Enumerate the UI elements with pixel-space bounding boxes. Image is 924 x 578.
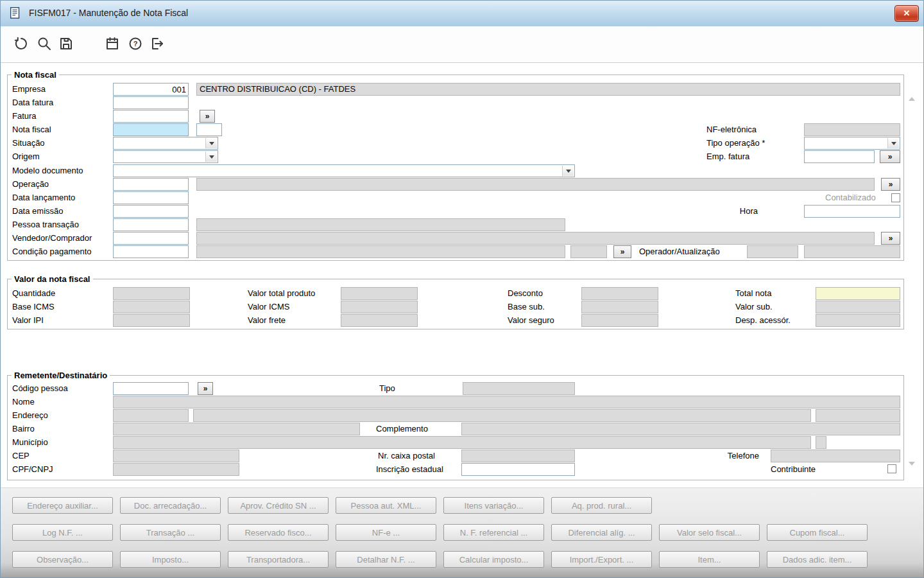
scroll-up-icon[interactable] xyxy=(909,86,915,98)
transportadora-button[interactable]: Transportadora... xyxy=(228,551,329,568)
complemento-field xyxy=(461,423,900,435)
exit-button[interactable] xyxy=(146,32,169,55)
diferencial-aliq-button[interactable]: Diferencial alíg. ... xyxy=(551,524,652,541)
emp-fatura-input[interactable] xyxy=(804,150,875,163)
operador-atualizacao-label: Operador/Atualização xyxy=(639,247,720,257)
vendedor-comprador-label: Vendedor/Comprador xyxy=(12,233,92,243)
base-icms-field xyxy=(113,301,190,313)
empresa-input[interactable] xyxy=(113,83,189,96)
observacao-button[interactable]: Observação... xyxy=(12,551,113,568)
operacao-lookup-button[interactable]: » xyxy=(881,178,900,191)
condicao-pagamento-input[interactable] xyxy=(113,245,189,258)
situacao-select[interactable] xyxy=(113,137,218,150)
window-title: FISFM017 - Manutenção de Nota Fiscal xyxy=(29,8,188,18)
chevron-down-icon xyxy=(205,152,217,162)
calendar-button[interactable] xyxy=(101,32,124,55)
chevron-down-icon xyxy=(887,138,899,148)
codigo-pessoa-lookup-button[interactable]: » xyxy=(198,382,213,395)
fatura-input[interactable] xyxy=(113,110,189,123)
fatura-lookup-button[interactable]: » xyxy=(200,110,215,123)
valor-icms-label: Valor ICMS xyxy=(248,302,290,312)
contribuinte-label: Contribuinte xyxy=(771,464,816,475)
detalhar-nf-button[interactable]: Detalhar N.F. ... xyxy=(336,551,436,568)
pessoa-aut-xml-button[interactable]: Pessoa aut. XML... xyxy=(336,497,436,514)
condicao-pagamento-lookup-button[interactable]: » xyxy=(613,245,631,258)
telefone-field xyxy=(771,450,900,462)
log-nf-button[interactable]: Log N.F. ... xyxy=(12,524,113,541)
transacao-button[interactable]: Transação ... xyxy=(120,524,221,541)
vendedor-comprador-lookup-button[interactable]: » xyxy=(881,232,900,245)
data-emissao-input[interactable] xyxy=(113,205,189,218)
condicao-pagamento-label: Condição pagamento xyxy=(12,247,92,257)
contribuinte-checkbox[interactable] xyxy=(887,464,896,473)
scroll-down-icon[interactable] xyxy=(909,466,915,477)
data-fatura-input[interactable] xyxy=(113,96,189,109)
emp-fatura-label: Emp. fatura xyxy=(706,152,749,162)
inscricao-estadual-input[interactable] xyxy=(461,463,575,476)
reservado-fisco-button[interactable]: Reservado fisco... xyxy=(228,524,329,541)
pessoa-transacao-descricao-field xyxy=(196,218,565,231)
nome-field xyxy=(113,396,900,408)
codigo-pessoa-input[interactable] xyxy=(113,382,189,395)
base-sub-label: Base sub. xyxy=(508,302,545,312)
valor-frete-label: Valor frete xyxy=(248,315,286,326)
imposto-button[interactable]: Imposto... xyxy=(120,551,221,568)
nf-referencial-button[interactable]: N. F. referencial ... xyxy=(443,524,544,541)
desconto-field xyxy=(581,287,658,300)
vendedor-comprador-input[interactable] xyxy=(113,232,189,245)
inscricao-estadual-label: Inscrição estadual xyxy=(376,464,443,475)
bairro-field xyxy=(113,423,360,435)
data-lancamento-input[interactable] xyxy=(113,191,189,204)
tipo-operacao-select[interactable] xyxy=(804,137,900,150)
origem-select[interactable] xyxy=(113,150,218,163)
nfe-button[interactable]: NF-e ... xyxy=(336,524,436,541)
vendedor-comprador-descricao-field xyxy=(196,232,875,245)
chevron-down-icon xyxy=(562,166,574,176)
valor-sub-label: Valor sub. xyxy=(735,302,773,312)
operacao-label: Operação xyxy=(12,179,49,189)
help-button[interactable]: ? xyxy=(124,32,147,55)
item-button[interactable]: Item... xyxy=(659,551,760,568)
action-panel: Endereço auxiliar... Doc. arrecadação...… xyxy=(1,487,924,578)
nf-eletronica-field xyxy=(804,123,900,136)
doc-arrecadacao-button[interactable]: Doc. arrecadação... xyxy=(120,497,221,514)
condicao-pagamento-descricao-field xyxy=(196,245,565,258)
import-export-button[interactable]: Import./Export. ... xyxy=(551,551,652,568)
base-icms-label: Base ICMS xyxy=(12,302,55,312)
save-button[interactable] xyxy=(55,32,78,55)
emp-fatura-lookup-button[interactable]: » xyxy=(880,150,900,163)
situacao-label: Situação xyxy=(12,138,45,148)
nota-fiscal-input[interactable] xyxy=(113,123,189,136)
contabilizado-checkbox[interactable] xyxy=(891,193,900,202)
nota-fiscal-serie-input[interactable] xyxy=(196,123,222,136)
modelo-documento-select[interactable] xyxy=(113,164,575,177)
nf-eletronica-label: NF-eletrônica xyxy=(706,125,757,135)
total-nota-field xyxy=(816,287,900,300)
undo-button[interactable] xyxy=(10,32,33,55)
pessoa-transacao-input[interactable] xyxy=(113,218,189,231)
data-lancamento-label: Data lançamento xyxy=(12,193,75,203)
valor-frete-field xyxy=(341,314,418,327)
hora-input[interactable] xyxy=(804,205,900,218)
origem-label: Origem xyxy=(12,152,40,162)
nr-caixa-postal-field xyxy=(461,450,575,462)
chevron-down-icon xyxy=(205,138,217,148)
dados-adic-item-button[interactable]: Dados adic. item... xyxy=(767,551,868,568)
contabilizado-label: Contabilizado xyxy=(825,193,876,203)
endereco-auxiliar-button[interactable]: Endereço auxiliar... xyxy=(12,497,113,514)
valor-selo-fiscal-button[interactable]: Valor selo fiscal... xyxy=(659,524,760,541)
municipio-field xyxy=(113,436,811,449)
help-icon: ? xyxy=(128,36,143,51)
aprov-credito-sn-button[interactable]: Aprov. Crédito SN ... xyxy=(228,497,329,514)
search-button[interactable] xyxy=(33,32,56,55)
operacao-input[interactable] xyxy=(113,178,189,191)
itens-variacao-button[interactable]: Itens variação... xyxy=(443,497,544,514)
close-button[interactable]: ✕ xyxy=(894,5,919,22)
search-icon xyxy=(37,36,52,51)
cupom-fiscal-button[interactable]: Cupom fiscal... xyxy=(767,524,868,541)
exit-icon xyxy=(150,36,165,51)
quantidade-label: Quantidade xyxy=(12,288,55,299)
aq-prod-rural-button[interactable]: Aq. prod. rural... xyxy=(551,497,652,514)
data-emissao-label: Data emissão xyxy=(12,206,63,216)
calcular-imposto-button[interactable]: Calcular imposto... xyxy=(443,551,544,568)
